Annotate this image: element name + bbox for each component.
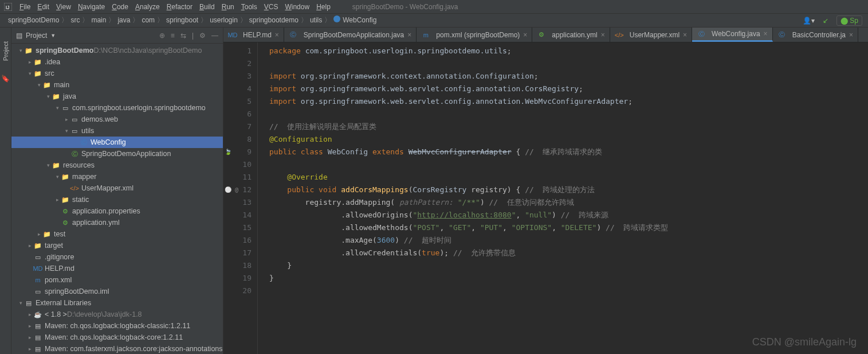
code-line[interactable]: registry.addMapping( pathPattern: "/**")… (269, 196, 868, 209)
twisty-icon[interactable]: ▸ (54, 197, 61, 203)
menu-build[interactable]: Build (196, 2, 218, 12)
tree-row[interactable]: ⒸSpringBootDemoApplication (11, 148, 223, 160)
crumb-com[interactable]: com (139, 15, 157, 25)
tab-help-md[interactable]: MDHELP.md× (223, 28, 284, 42)
code-line[interactable]: .maxAge(3600) // 超时时间 (269, 234, 868, 247)
twisty-icon[interactable]: ▾ (54, 105, 61, 111)
menu-file[interactable]: File (16, 2, 34, 12)
code-line[interactable]: .allowedOrigins("http://localhost:8080",… (269, 209, 868, 221)
code-editor[interactable]: 123456789🍃101112⚪ @1314151617181920 pack… (223, 42, 868, 354)
twisty-icon[interactable]: ▾ (36, 82, 42, 88)
tree-row[interactable]: ▾▭com.springboot.userlogin.springbootdem… (11, 102, 223, 114)
close-icon[interactable]: × (275, 31, 279, 39)
close-icon[interactable]: × (683, 31, 687, 39)
code-line[interactable]: import org.springframework.web.servlet.c… (269, 83, 868, 95)
code-line[interactable]: } (269, 259, 868, 272)
tree-row[interactable]: ▾▭utils (11, 125, 223, 137)
code-line[interactable]: @Configuration (269, 133, 868, 146)
code-line[interactable]: import org.springframework.context.annot… (269, 70, 868, 83)
crumb-utils[interactable]: utils (308, 15, 324, 25)
tab-springbootdemoapplication-java[interactable]: ⒸSpringBootDemoApplication.java× (284, 28, 417, 42)
crumb-springboot[interactable]: springboot (164, 15, 201, 25)
tree-row[interactable]: </>UserMapper.xml (11, 182, 223, 194)
chevron-down-icon[interactable]: ▼ (50, 33, 56, 38)
code-line[interactable]: public class WebConfig extends WebMvcCon… (269, 146, 868, 158)
twisty-icon[interactable]: ▾ (17, 48, 24, 53)
project-tree[interactable]: ▾📁springBootDemo D:\NCB\ncbJava\springBo… (11, 44, 223, 354)
tree-row[interactable]: mpom.xml (11, 274, 223, 286)
twisty-icon[interactable]: ▾ (45, 94, 52, 99)
twisty-icon[interactable]: ▾ (54, 174, 61, 180)
tree-row[interactable]: ▸📁static (11, 194, 223, 205)
code-line[interactable] (269, 108, 868, 120)
menu-run[interactable]: Run (218, 2, 238, 12)
tab-webconfig-java[interactable]: ⒸWebConfig.java× (692, 28, 773, 42)
rail-project-label[interactable]: Project (2, 39, 9, 63)
menu-navigate[interactable]: Navigate (74, 2, 108, 12)
tree-row[interactable]: ▾📁resources (11, 160, 223, 171)
run-config[interactable]: ⬤ Sp (836, 15, 862, 26)
twisty-icon[interactable]: ▸ (26, 59, 33, 65)
gutter-icon[interactable]: ⚪ @ (225, 184, 238, 196)
twisty-icon[interactable]: ▾ (45, 162, 52, 168)
crumb-java[interactable]: java (115, 15, 132, 25)
menu-code[interactable]: Code (108, 2, 132, 12)
twisty-icon[interactable]: ▸ (26, 243, 33, 248)
tree-row[interactable]: ▸▤Maven: com.fasterxml.jackson.core:jack… (11, 343, 223, 354)
tree-row[interactable]: ▭.gitignore (11, 251, 223, 263)
menu-edit[interactable]: Edit (34, 2, 53, 12)
menu-window[interactable]: Window (281, 2, 313, 12)
tree-row[interactable]: ▾📁src (11, 68, 223, 79)
tab-usermapper-xml[interactable]: </>UserMapper.xml× (610, 28, 692, 42)
tree-row[interactable]: ▸▤Maven: ch.qos.logback:logback-core:1.2… (11, 332, 223, 343)
tree-row[interactable]: ⚙application.yml (11, 217, 223, 228)
code-line[interactable] (269, 57, 868, 70)
tab-basiccontroller-ja[interactable]: ⒸBasicController.ja× (773, 28, 858, 42)
close-icon[interactable]: × (764, 30, 768, 38)
close-icon[interactable]: × (849, 31, 853, 39)
bookmark-icon[interactable]: 🔖 (1, 75, 10, 83)
menu-view[interactable]: View (53, 2, 74, 12)
tree-row[interactable]: ▸▤Maven: ch.qos.logback:logback-classic:… (11, 320, 223, 332)
flatten-icon[interactable]: ≡ (171, 32, 175, 40)
tree-row[interactable]: ▸📁.idea (11, 56, 223, 68)
twisty-icon[interactable]: ▸ (26, 346, 33, 352)
tree-row[interactable]: ▾▤External Libraries (11, 297, 223, 309)
menu-help[interactable]: Help (313, 2, 334, 12)
code-content[interactable]: package com.springboot.userlogin.springb… (258, 42, 868, 354)
tree-row[interactable]: ▾📁mapper (11, 171, 223, 182)
crumb-springBootDemo[interactable]: springBootDemo (6, 15, 61, 25)
code-line[interactable]: package com.springboot.userlogin.springb… (269, 45, 868, 57)
tab-pom-xml-springbootdemo-[interactable]: mpom.xml (springBootDemo)× (417, 28, 532, 42)
twisty-icon[interactable]: ▾ (63, 128, 70, 134)
code-line[interactable]: // 使用注解说明是全局配置类 (269, 120, 868, 133)
tree-row[interactable]: ⚙application.properties (11, 205, 223, 217)
twisty-icon[interactable]: ▸ (63, 116, 70, 122)
twisty-icon[interactable]: ▸ (26, 312, 33, 317)
tree-row[interactable]: ▾📁springBootDemo D:\NCB\ncbJava\springBo… (11, 45, 223, 56)
code-line[interactable]: @Override (269, 171, 868, 184)
tree-row[interactable]: ▸📁target (11, 240, 223, 251)
twisty-icon[interactable]: ▾ (17, 300, 24, 306)
target-icon[interactable]: ⊕ (159, 32, 165, 40)
code-line[interactable]: import org.springframework.web.servlet.c… (269, 95, 868, 108)
gear-icon[interactable]: ⚙ (199, 32, 206, 40)
tab-application-yml[interactable]: ⚙application.yml× (532, 28, 610, 42)
crumb-src[interactable]: src (68, 15, 82, 25)
tree-row[interactable]: ⒸWebConfig (11, 137, 223, 148)
twisty-icon[interactable]: ▸ (36, 231, 42, 237)
close-icon[interactable]: × (407, 31, 411, 39)
menu-tools[interactable]: Tools (238, 2, 261, 12)
crumb-userlogin[interactable]: userlogin (207, 15, 240, 25)
tree-row[interactable]: ▭springBootDemo.iml (11, 286, 223, 297)
code-line[interactable]: public void addCorsMappings(CorsRegistry… (269, 184, 868, 196)
sync-icon[interactable]: ⇆ (180, 32, 186, 40)
tree-row[interactable]: ▸📁test (11, 228, 223, 240)
menu-analyze[interactable]: Analyze (132, 2, 163, 12)
tree-row[interactable]: ▸☕< 1.8 > D:\develop\Java\jdk-1.8 (11, 309, 223, 320)
code-line[interactable] (269, 158, 868, 171)
code-line[interactable]: } (269, 272, 868, 285)
close-icon[interactable]: × (523, 31, 527, 39)
menu-refactor[interactable]: Refactor (163, 2, 196, 12)
code-line[interactable]: .allowCredentials(true); // 允许携带信息 (269, 247, 868, 259)
